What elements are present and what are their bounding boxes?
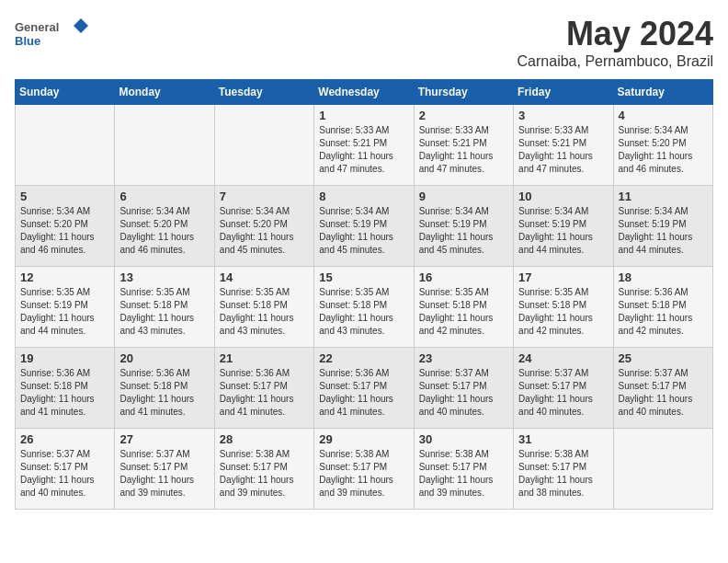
calendar-cell: 2Sunrise: 5:33 AM Sunset: 5:21 PM Daylig… (414, 105, 513, 186)
day-info: Sunrise: 5:34 AM Sunset: 5:20 PM Dayligh… (619, 124, 708, 176)
day-number: 29 (319, 432, 408, 446)
day-info: Sunrise: 5:34 AM Sunset: 5:19 PM Dayligh… (619, 205, 708, 257)
day-number: 9 (419, 190, 508, 203)
day-number: 8 (319, 190, 408, 203)
header-row: SundayMondayTuesdayWednesdayThursdayFrid… (16, 80, 713, 105)
header-cell-sunday: Sunday (16, 80, 115, 105)
header-cell-friday: Friday (514, 80, 613, 105)
day-number: 31 (518, 432, 608, 446)
day-info: Sunrise: 5:35 AM Sunset: 5:18 PM Dayligh… (119, 286, 209, 338)
day-info: Sunrise: 5:34 AM Sunset: 5:20 PM Dayligh… (119, 205, 209, 257)
calendar-week-4: 19Sunrise: 5:36 AM Sunset: 5:18 PM Dayli… (16, 348, 713, 429)
day-info: Sunrise: 5:37 AM Sunset: 5:17 PM Dayligh… (419, 367, 508, 419)
day-number: 6 (119, 190, 209, 203)
svg-text:Blue: Blue (15, 34, 40, 48)
calendar-cell: 16Sunrise: 5:35 AM Sunset: 5:18 PM Dayli… (414, 267, 513, 348)
day-number: 24 (518, 351, 608, 365)
day-info: Sunrise: 5:37 AM Sunset: 5:17 PM Dayligh… (20, 448, 109, 500)
day-number: 18 (619, 270, 708, 284)
day-info: Sunrise: 5:38 AM Sunset: 5:17 PM Dayligh… (419, 448, 508, 500)
calendar-cell: 29Sunrise: 5:38 AM Sunset: 5:17 PM Dayli… (314, 429, 414, 510)
day-number: 3 (518, 109, 608, 122)
header-cell-saturday: Saturday (613, 80, 712, 105)
calendar-cell: 25Sunrise: 5:37 AM Sunset: 5:17 PM Dayli… (613, 348, 712, 429)
header-cell-wednesday: Wednesday (314, 80, 414, 105)
calendar-cell: 23Sunrise: 5:37 AM Sunset: 5:17 PM Dayli… (414, 348, 513, 429)
day-info: Sunrise: 5:34 AM Sunset: 5:20 PM Dayligh… (20, 205, 109, 257)
calendar-cell: 9Sunrise: 5:34 AM Sunset: 5:19 PM Daylig… (414, 186, 513, 267)
calendar-cell: 3Sunrise: 5:33 AM Sunset: 5:21 PM Daylig… (514, 105, 613, 186)
calendar-cell: 4Sunrise: 5:34 AM Sunset: 5:20 PM Daylig… (613, 105, 712, 186)
calendar-cell: 20Sunrise: 5:36 AM Sunset: 5:18 PM Dayli… (115, 348, 214, 429)
day-number: 14 (220, 270, 309, 284)
day-info: Sunrise: 5:36 AM Sunset: 5:17 PM Dayligh… (319, 367, 408, 419)
calendar-cell: 17Sunrise: 5:35 AM Sunset: 5:18 PM Dayli… (514, 267, 613, 348)
calendar-cell (16, 105, 115, 186)
day-number: 23 (419, 351, 508, 365)
day-info: Sunrise: 5:37 AM Sunset: 5:17 PM Dayligh… (119, 448, 209, 500)
calendar-cell: 19Sunrise: 5:36 AM Sunset: 5:18 PM Dayli… (16, 348, 115, 429)
day-number: 1 (319, 109, 408, 122)
day-number: 5 (20, 190, 109, 203)
day-info: Sunrise: 5:36 AM Sunset: 5:18 PM Dayligh… (119, 367, 209, 419)
calendar-cell (214, 105, 313, 186)
calendar-cell: 10Sunrise: 5:34 AM Sunset: 5:19 PM Dayli… (514, 186, 613, 267)
day-number: 26 (20, 432, 109, 446)
main-title: May 2024 (518, 15, 713, 53)
day-info: Sunrise: 5:36 AM Sunset: 5:17 PM Dayligh… (220, 367, 309, 419)
day-number: 21 (220, 351, 309, 365)
calendar-cell: 14Sunrise: 5:35 AM Sunset: 5:18 PM Dayli… (214, 267, 313, 348)
day-number: 27 (119, 432, 209, 446)
logo: General Blue (15, 15, 88, 52)
calendar-cell: 8Sunrise: 5:34 AM Sunset: 5:19 PM Daylig… (314, 186, 414, 267)
calendar-cell: 24Sunrise: 5:37 AM Sunset: 5:17 PM Dayli… (514, 348, 613, 429)
day-info: Sunrise: 5:34 AM Sunset: 5:19 PM Dayligh… (319, 205, 408, 257)
calendar-cell: 27Sunrise: 5:37 AM Sunset: 5:17 PM Dayli… (115, 429, 214, 510)
calendar-cell: 22Sunrise: 5:36 AM Sunset: 5:17 PM Dayli… (314, 348, 414, 429)
title-area: May 2024 Carnaiba, Pernambuco, Brazil (518, 15, 713, 70)
calendar-cell: 11Sunrise: 5:34 AM Sunset: 5:19 PM Dayli… (613, 186, 712, 267)
calendar-cell: 31Sunrise: 5:38 AM Sunset: 5:17 PM Dayli… (514, 429, 613, 510)
calendar-week-1: 1Sunrise: 5:33 AM Sunset: 5:21 PM Daylig… (16, 105, 713, 186)
day-number: 11 (619, 190, 708, 203)
day-number: 20 (119, 351, 209, 365)
calendar-cell: 26Sunrise: 5:37 AM Sunset: 5:17 PM Dayli… (16, 429, 115, 510)
day-number: 4 (619, 109, 708, 122)
day-info: Sunrise: 5:37 AM Sunset: 5:17 PM Dayligh… (518, 367, 608, 419)
calendar-cell: 28Sunrise: 5:38 AM Sunset: 5:17 PM Dayli… (214, 429, 313, 510)
day-number: 30 (419, 432, 508, 446)
svg-marker-2 (74, 18, 88, 33)
day-number: 22 (319, 351, 408, 365)
day-info: Sunrise: 5:33 AM Sunset: 5:21 PM Dayligh… (419, 124, 508, 176)
calendar-cell: 5Sunrise: 5:34 AM Sunset: 5:20 PM Daylig… (16, 186, 115, 267)
calendar-week-5: 26Sunrise: 5:37 AM Sunset: 5:17 PM Dayli… (16, 429, 713, 510)
day-info: Sunrise: 5:34 AM Sunset: 5:19 PM Dayligh… (419, 205, 508, 257)
calendar-week-3: 12Sunrise: 5:35 AM Sunset: 5:19 PM Dayli… (16, 267, 713, 348)
day-info: Sunrise: 5:36 AM Sunset: 5:18 PM Dayligh… (20, 367, 109, 419)
day-info: Sunrise: 5:35 AM Sunset: 5:18 PM Dayligh… (419, 286, 508, 338)
day-info: Sunrise: 5:38 AM Sunset: 5:17 PM Dayligh… (518, 448, 608, 500)
day-number: 7 (220, 190, 309, 203)
calendar-cell (613, 429, 712, 510)
calendar-cell: 1Sunrise: 5:33 AM Sunset: 5:21 PM Daylig… (314, 105, 414, 186)
calendar-cell: 12Sunrise: 5:35 AM Sunset: 5:19 PM Dayli… (16, 267, 115, 348)
day-info: Sunrise: 5:34 AM Sunset: 5:19 PM Dayligh… (518, 205, 608, 257)
day-number: 2 (419, 109, 508, 122)
day-number: 12 (20, 270, 109, 284)
day-number: 10 (518, 190, 608, 203)
logo-svg: General Blue (15, 15, 88, 52)
header-cell-monday: Monday (115, 80, 214, 105)
day-number: 16 (419, 270, 508, 284)
calendar-cell: 7Sunrise: 5:34 AM Sunset: 5:20 PM Daylig… (214, 186, 313, 267)
day-number: 28 (220, 432, 309, 446)
day-number: 19 (20, 351, 109, 365)
day-number: 15 (319, 270, 408, 284)
subtitle: Carnaiba, Pernambuco, Brazil (518, 53, 713, 70)
day-number: 25 (619, 351, 708, 365)
calendar-header: SundayMondayTuesdayWednesdayThursdayFrid… (16, 80, 713, 105)
calendar-cell: 6Sunrise: 5:34 AM Sunset: 5:20 PM Daylig… (115, 186, 214, 267)
calendar-cell: 18Sunrise: 5:36 AM Sunset: 5:18 PM Dayli… (613, 267, 712, 348)
calendar-cell (115, 105, 214, 186)
day-number: 13 (119, 270, 209, 284)
header: General Blue May 2024 Carnaiba, Pernambu… (15, 15, 713, 70)
